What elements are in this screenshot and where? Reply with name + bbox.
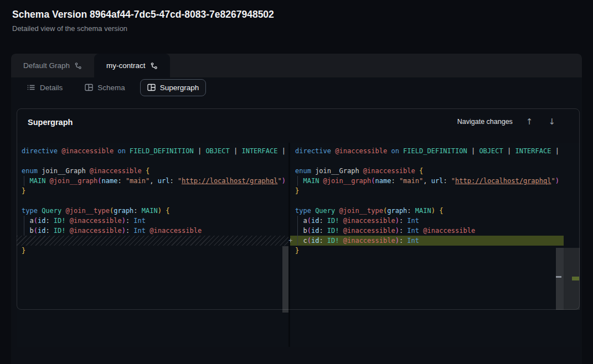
main-panel: Default Graph my-contract bbox=[11, 54, 582, 364]
tab-details[interactable]: Details bbox=[20, 79, 70, 96]
code-line: directive @inaccessible on FIELD_DEFINIT… bbox=[290, 146, 564, 156]
tab-supergraph[interactable]: Supergraph bbox=[140, 79, 207, 96]
code-line: } bbox=[17, 186, 288, 196]
diff-pane-modified[interactable]: directive @inaccessible on FIELD_DEFINIT… bbox=[290, 143, 564, 347]
page-title: Schema Version 8964af44-7dc5-47cd-8083-7… bbox=[12, 9, 274, 20]
supergraph-content: Supergraph Navigate changes ↑ ↓ directiv… bbox=[11, 97, 582, 364]
code-line: directive @inaccessible on FIELD_DEFINIT… bbox=[17, 146, 288, 156]
next-change-button[interactable]: ↓ bbox=[546, 116, 558, 128]
tab-supergraph-label: Supergraph bbox=[160, 84, 199, 92]
navigate-changes: Navigate changes ↑ ↓ bbox=[457, 116, 558, 128]
panel-icon bbox=[147, 84, 156, 91]
code-line: enum join__Graph @inaccessible { bbox=[17, 166, 288, 176]
original-scrollbar[interactable] bbox=[282, 246, 288, 313]
code-line bbox=[290, 156, 564, 166]
minimap[interactable] bbox=[564, 143, 580, 347]
code-line: b(id: ID! @inaccessible): Int @inaccessi… bbox=[17, 226, 288, 236]
page-subtitle: Detailed view of the schema version bbox=[12, 24, 127, 33]
overview-ruler-mark bbox=[556, 276, 561, 278]
view-tab-bar: Details Schema Supergraph bbox=[11, 77, 582, 97]
code-line: a(id: ID! @inaccessible): Int bbox=[290, 216, 564, 226]
code-line: } bbox=[17, 246, 288, 256]
code-line bbox=[17, 156, 288, 166]
tab-my-contract[interactable]: my-contract bbox=[94, 54, 170, 77]
navigate-changes-label: Navigate changes bbox=[457, 118, 513, 126]
tab-my-contract-label: my-contract bbox=[106, 61, 146, 70]
modified-scrollbar[interactable] bbox=[556, 248, 564, 310]
code-line: MAIN @join__graph(name: "main", url: "ht… bbox=[290, 176, 564, 186]
list-icon bbox=[27, 84, 35, 91]
code-line: a(id: ID! @inaccessible): Int bbox=[17, 216, 288, 226]
fork-icon bbox=[74, 62, 82, 70]
code-line: MAIN @join__graph(name: "main", url: "ht… bbox=[17, 176, 288, 186]
fork-icon bbox=[150, 62, 158, 70]
schema-version-page: Schema Version 8964af44-7dc5-47cd-8083-7… bbox=[0, 0, 593, 364]
code-line: } bbox=[290, 246, 564, 256]
graph-tab-strip: Default Graph my-contract bbox=[11, 54, 582, 77]
tab-schema-label: Schema bbox=[97, 84, 125, 92]
code-line bbox=[17, 196, 288, 206]
tab-details-label: Details bbox=[40, 84, 63, 92]
code-line: enum join__Graph @inaccessible { bbox=[290, 166, 564, 176]
code-line: b(id: ID! @inaccessible): Int @inaccessi… bbox=[290, 226, 564, 236]
card-title: Supergraph bbox=[28, 118, 73, 127]
code-line: } bbox=[290, 186, 564, 196]
code-line bbox=[290, 196, 564, 206]
previous-change-button[interactable]: ↑ bbox=[524, 116, 535, 128]
tab-default-graph-label: Default Graph bbox=[23, 61, 70, 70]
tab-schema[interactable]: Schema bbox=[78, 79, 132, 96]
diff-pane-original[interactable]: directive @inaccessible on FIELD_DEFINIT… bbox=[17, 143, 288, 347]
inserted-line-marker: + bbox=[287, 236, 294, 246]
code-line: type Query @join__type(graph: MAIN) { bbox=[17, 206, 288, 216]
code-line: c(id: ID! @inaccessible): Int bbox=[290, 236, 564, 246]
minimap-insert-mark bbox=[572, 277, 579, 280]
schema-diff-editor: directive @inaccessible on FIELD_DEFINIT… bbox=[17, 143, 580, 347]
code-line bbox=[17, 236, 288, 246]
panel-icon bbox=[85, 84, 93, 91]
code-line: type Query @join__type(graph: MAIN) { bbox=[290, 206, 564, 216]
tab-default-graph[interactable]: Default Graph bbox=[11, 54, 94, 77]
